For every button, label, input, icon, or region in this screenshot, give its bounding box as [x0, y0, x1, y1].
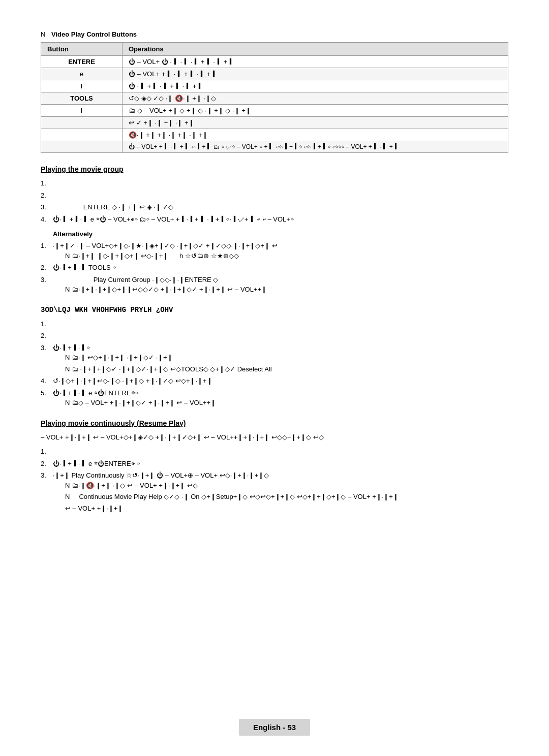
step-number: 3.: [41, 275, 51, 285]
table-cell-button: [41, 141, 123, 153]
playing-continuously-heading: Playing movie continuously (Resume Play): [41, 419, 508, 427]
table-cell-button: [41, 129, 123, 141]
table-header-operations: Operations: [123, 43, 508, 56]
step-number: 2.: [41, 263, 51, 273]
playing-continuously-steps: 1. 2. ⏻·❙+❙·❙ e ☆⏻ENTERE◉ ◇ 3. ·❙+❙ Play…: [41, 447, 508, 513]
step-item: 3. ENTERE ◇ ·❙ +❙ ↩ ◈ ·❙ ✓◇: [41, 202, 508, 212]
step-item: 2. ⏻·❙+❙·❙ TOOLS ◇: [41, 263, 508, 273]
page-footer: English - 53: [0, 719, 549, 736]
step-item: 1. ·❙+❙✓ ·❙ – VOL+◇+❙◇·❙★·❙◈+❙✓◇ ·❙+❙◇✓ …: [41, 241, 508, 261]
step-note: N 🗂◇ – VOL+ +❙·❙+❙◇✓ +❙·❙+❙ ↩ – VOL++❙: [65, 398, 508, 408]
footer-badge: English - 53: [239, 719, 310, 736]
table-cell-button: [41, 117, 123, 129]
step-number: 3.: [41, 470, 51, 481]
step-number: 1.: [41, 241, 51, 251]
step-note: N 🗂 ·❙+❙+❙◇✓ ·❙+❙◇✓·❙+❙◇ ↩◇TOOLS◇ ◇+❙◇✓ …: [65, 364, 508, 374]
step-item: 3. Play Current Group ·❙◇◇·❙·❙ENTERE ◇ N…: [41, 275, 508, 295]
playing-movie-group-steps: 1. 2. 3. ENTERE ◇ ·❙ +❙ ↩ ◈ ·❙ ✓◇ 4. ⏻·❙…: [41, 178, 508, 224]
step-note-continuation: ↩ – VOL+ +❙·❙+❙: [65, 503, 508, 514]
table-cell-ops: ↩ ✓ +❙ ·❙ +❙ ·❙ +❙: [123, 117, 508, 129]
step-note: N 🗂·❙+❙ ❙◇·❙+❙◇+❙ ↩◇·❙+❙ h ☆↺🗂⊕ ☆★⊕◇◇: [65, 251, 508, 261]
step-number: 1.: [41, 447, 51, 457]
playing-continuously-intro: – VOL+ +❙·❙+❙ ↩ – VOL+◇+❙◈✓◇ +❙·❙+❙✓◇+❙ …: [41, 432, 508, 443]
step-item: 3. ·❙+❙ Play Continuously ☆↺·❙+❙ ⏻ – VOL…: [41, 470, 508, 513]
table-cell-ops: ↺◇ ◈◇ ✓◇ ·❙ 🔇·❙ +❙ ·❙◇: [123, 92, 508, 105]
step-note: N Continuous Movie Play Help ◇✓◇ ·❙ On ◇…: [65, 492, 508, 502]
step-note: N 🗂·❙ ↩◇+❙·❙+❙ ·❙+❙◇✓ ·❙+❙: [65, 353, 508, 363]
table-cell-ops: 🔇·❙ +❙ +❙ ·❙ +❙ ·❙ +❙: [123, 129, 508, 141]
table-row: ⏻ – VOL+ +❙ ·❙ +❙ ↩·❙+❙ 🗂 ◇ ✓◇ – VOL+ ◇ …: [41, 141, 508, 153]
step-number: 3.: [41, 343, 51, 353]
playing-selected-heading: 3OD\LQJ WKH VHOHFWHG PRYLH ¿OHV: [41, 306, 508, 314]
footer-text: English - 53: [253, 723, 296, 732]
playing-selected-steps: 1. 2. 3. ⏻·❙+❙·❙◇ N 🗂·❙ ↩◇+❙·❙+❙ ·❙+❙◇✓ …: [41, 319, 508, 408]
step-content: ⏻·❙+❙·❙ e ☆⏻ENTERE◉◇: [53, 389, 138, 397]
step-number: 4.: [41, 214, 51, 225]
table-row: i 🗂 ◇ – VOL+ +❙ ◇ +❙ ◇ ·❙ +❙ ◇ ·❙ +❙: [41, 105, 508, 117]
step-content: ·❙+❙ Play Continuously ☆↺·❙+❙ ⏻ – VOL+⊕ …: [53, 471, 269, 479]
step-item: 1.: [41, 319, 508, 329]
section-n-label: N: [41, 30, 45, 38]
page-container: N Video Play Control Buttons Button Oper…: [0, 0, 549, 756]
table-row: ENTERE ⏻ – VOL+ ⏻ ·❙ ·❙ ·❙ +❙ ·❙ +❙: [41, 56, 508, 68]
table-cell-ops: ⏻ – VOL+ +❙ ·❙ +❙ ↩·❙+❙ 🗂 ◇ ✓◇ – VOL+ ◇ …: [123, 141, 508, 153]
section-title: Video Play Control Buttons: [51, 30, 137, 38]
step-number: 1.: [41, 319, 51, 329]
step-content: ↺·❙◇+❙·❙+❙↩◇·❙◇ ·❙+❙◇ +❙·❙✓◇ ↩◇+❙·❙+❙: [53, 377, 212, 385]
table-cell-ops: ⏻ – VOL+ ⏻ ·❙ ·❙ ·❙ +❙ ·❙ +❙: [123, 56, 508, 68]
table-cell-ops: ⏻ ·❙ +❙ ·❙ +❙ ·❙ +❙: [123, 80, 508, 92]
step-content: ENTERE ◇ ·❙ +❙ ↩ ◈ ·❙ ✓◇: [83, 203, 174, 211]
step-number: 2.: [41, 191, 51, 201]
step-item: 5. ⏻·❙+❙·❙ e ☆⏻ENTERE◉◇ N 🗂◇ – VOL+ +❙·❙…: [41, 388, 508, 408]
control-buttons-table: Button Operations ENTERE ⏻ – VOL+ ⏻ ·❙ ·…: [41, 42, 508, 153]
step-content: ⏻·❙+❙·❙ e ☆⏻ENTERE◉ ◇: [53, 460, 140, 467]
step-content: ⏻·❙ +❙·❙ e ☆⏻ – VOL+⊕◇ 🗂◇ – VOL+ +❙·❙+❙ …: [53, 215, 294, 223]
step-number: 3.: [41, 202, 51, 212]
table-row: f ⏻ ·❙ +❙ ·❙ +❙ ·❙ +❙: [41, 80, 508, 92]
table-row: ↩ ✓ +❙ ·❙ +❙ ·❙ +❙: [41, 117, 508, 129]
table-cell-ops: 🗂 ◇ – VOL+ +❙ ◇ +❙ ◇ ·❙ +❙ ◇ ·❙ +❙: [123, 105, 508, 117]
step-content: ⏻·❙+❙·❙◇: [53, 344, 90, 352]
step-item: 1.: [41, 447, 508, 457]
table-row: TOOLS ↺◇ ◈◇ ✓◇ ·❙ 🔇·❙ +❙ ·❙◇: [41, 92, 508, 105]
step-item: 2. ⏻·❙+❙·❙ e ☆⏻ENTERE◉ ◇: [41, 459, 508, 469]
step-note: N 🗂·❙+❙·❙+❙◇+❙❙↩◇◇✓◇ +❙·❙+❙◇✓ +❙·❙+❙ ↩ –…: [65, 285, 508, 295]
table-cell-button: ENTERE: [41, 56, 123, 68]
playing-movie-group-heading: Playing the movie group: [41, 165, 508, 173]
alternatively-label: Alternatively: [53, 230, 508, 238]
step-content: Play Current Group ·❙◇◇·❙·❙ENTERE ◇: [94, 276, 219, 284]
step-number: 2.: [41, 459, 51, 469]
table-row: 🔇·❙ +❙ +❙ ·❙ +❙ ·❙ +❙: [41, 129, 508, 141]
step-item: 2.: [41, 191, 508, 201]
step-item: 4. ↺·❙◇+❙·❙+❙↩◇·❙◇ ·❙+❙◇ +❙·❙✓◇ ↩◇+❙·❙+❙: [41, 376, 508, 386]
section-header: N Video Play Control Buttons: [41, 30, 508, 38]
table-cell-button: f: [41, 80, 123, 92]
alternatively-steps: 1. ·❙+❙✓ ·❙ – VOL+◇+❙◇·❙★·❙◈+❙✓◇ ·❙+❙◇✓ …: [41, 241, 508, 295]
table-row: e ⏻ – VOL+ +❙ ·❙ +❙ ·❙ +❙: [41, 68, 508, 80]
step-number: 1.: [41, 178, 51, 188]
step-content: ·❙+❙✓ ·❙ – VOL+◇+❙◇·❙★·❙◈+❙✓◇ ·❙+❙◇✓ +❙✓…: [53, 242, 278, 249]
step-item: 3. ⏻·❙+❙·❙◇ N 🗂·❙ ↩◇+❙·❙+❙ ·❙+❙◇✓ ·❙+❙ N…: [41, 343, 508, 374]
step-content: ⏻·❙+❙·❙ TOOLS ◇: [53, 264, 116, 271]
step-number: 5.: [41, 388, 51, 398]
table-cell-button: i: [41, 105, 123, 117]
table-cell-button: e: [41, 68, 123, 80]
table-cell-button: TOOLS: [41, 92, 123, 105]
step-item: 1.: [41, 178, 508, 188]
step-item: 4. ⏻·❙ +❙·❙ e ☆⏻ – VOL+⊕◇ 🗂◇ – VOL+ +❙·❙…: [41, 214, 508, 225]
step-number: 2.: [41, 331, 51, 341]
table-cell-ops: ⏻ – VOL+ +❙ ·❙ +❙ ·❙ +❙: [123, 68, 508, 80]
step-number: 4.: [41, 376, 51, 386]
table-header-button: Button: [41, 43, 123, 56]
step-note: N 🗂·❙🔇·❙+❙ ·❙◇ ↩ – VOL+ +❙·❙+❙ ↩◇: [65, 481, 508, 491]
step-item: 2.: [41, 331, 508, 341]
